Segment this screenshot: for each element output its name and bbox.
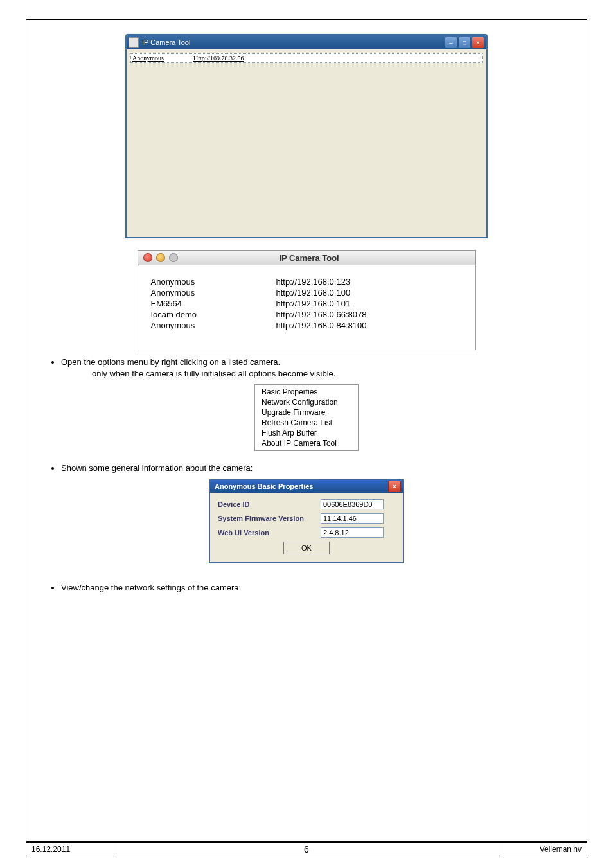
windows-title: IP Camera Tool bbox=[142, 39, 445, 46]
context-menu: Basic Properties Network Configuration U… bbox=[254, 384, 359, 451]
prop-row-firmware: System Firmware Version 11.14.1.46 bbox=[218, 513, 395, 524]
mac-window-title: IP Camera Tool bbox=[195, 253, 475, 263]
camera-name: Anonymous bbox=[132, 55, 193, 62]
menu-flush-arp-buffer[interactable]: Flush Arp Buffer bbox=[255, 428, 358, 438]
camera-name: Anonymous bbox=[151, 277, 276, 287]
dialog-title: Anonymous Basic Properties bbox=[212, 483, 388, 490]
prop-value: 2.4.8.12 bbox=[321, 527, 384, 538]
windows-body: Anonymous Http://169.78.32.56 bbox=[127, 49, 486, 237]
prop-row-webui: Web UI Version 2.4.8.12 bbox=[218, 527, 395, 538]
menu-network-configuration[interactable]: Network Configuration bbox=[255, 397, 358, 407]
screenshot-windows-ipcameratool: IP Camera Tool – □ × Anonymous Http://16… bbox=[125, 34, 488, 238]
mac-body: Anonymous http://192.168.0.123 Anonymous… bbox=[138, 265, 475, 350]
mac-minimize-icon[interactable] bbox=[156, 253, 165, 262]
camera-address: http://192.168.0.100 bbox=[276, 288, 351, 297]
bullet-network-settings: View/change the network settings of the … bbox=[61, 582, 574, 594]
app-icon bbox=[129, 37, 139, 48]
mac-zoom-icon[interactable] bbox=[169, 253, 178, 262]
mac-titlebar: IP Camera Tool bbox=[138, 251, 475, 265]
prop-value: 11.14.1.46 bbox=[321, 513, 384, 524]
camera-name: Iocam demo bbox=[151, 310, 276, 319]
basic-properties-dialog: Anonymous Basic Properties × Device ID 0… bbox=[209, 479, 404, 563]
camera-address: http://192.168.0.123 bbox=[276, 277, 351, 287]
menu-refresh-camera-list[interactable]: Refresh Camera List bbox=[255, 418, 358, 428]
maximize-icon[interactable]: □ bbox=[458, 37, 471, 48]
windows-titlebar: IP Camera Tool – □ × bbox=[127, 35, 486, 49]
bullet-text: View/change the network settings of the … bbox=[61, 583, 241, 592]
bullet-open-options: Open the options menu by right clicking … bbox=[61, 357, 574, 379]
camera-name: Anonymous bbox=[151, 288, 276, 297]
dialog-titlebar: Anonymous Basic Properties × bbox=[210, 480, 403, 493]
camera-address: Http://169.78.32.56 bbox=[193, 55, 244, 62]
camera-name: EM6564 bbox=[151, 299, 276, 308]
minimize-icon[interactable]: – bbox=[445, 37, 458, 48]
close-icon[interactable]: × bbox=[472, 37, 484, 48]
page-footer: 16.12.2011 6 Velleman nv bbox=[26, 842, 587, 856]
prop-row-device-id: Device ID 00606E8369D0 bbox=[218, 499, 395, 509]
menu-about[interactable]: About IP Camera Tool bbox=[255, 438, 358, 448]
camera-address: http://192.168.0.66:8078 bbox=[276, 310, 367, 319]
camera-list-row[interactable]: Anonymous http://192.168.0.84:8100 bbox=[151, 321, 463, 330]
bullet-general-info: Shown some general information about the… bbox=[61, 463, 574, 474]
bullet-text: Open the options menu by right clicking … bbox=[61, 357, 280, 367]
mac-close-icon[interactable] bbox=[143, 253, 152, 262]
prop-label: System Firmware Version bbox=[218, 515, 321, 522]
camera-list-row[interactable]: EM6564 http://192.168.0.101 bbox=[151, 299, 463, 308]
bullet-text: Shown some general information about the… bbox=[61, 463, 253, 473]
camera-list-row[interactable]: Anonymous http://192.168.0.123 bbox=[151, 277, 463, 287]
prop-label: Device ID bbox=[218, 500, 321, 508]
camera-address: http://192.168.0.84:8100 bbox=[276, 321, 367, 330]
camera-name: Anonymous bbox=[151, 321, 276, 330]
ok-button[interactable]: OK bbox=[283, 542, 330, 554]
close-icon[interactable]: × bbox=[388, 481, 401, 492]
screenshot-mac-ipcameratool: IP Camera Tool Anonymous http://192.168.… bbox=[138, 250, 476, 350]
footer-page-number: 6 bbox=[114, 843, 499, 856]
menu-basic-properties[interactable]: Basic Properties bbox=[255, 387, 358, 397]
prop-label: Web UI Version bbox=[218, 529, 321, 536]
camera-list-row[interactable]: Anonymous Http://169.78.32.56 bbox=[130, 53, 483, 63]
footer-org: Velleman nv bbox=[499, 843, 587, 856]
page-content: IP Camera Tool – □ × Anonymous Http://16… bbox=[26, 19, 587, 842]
camera-address: http://192.168.0.101 bbox=[276, 299, 351, 308]
prop-value: 00606E8369D0 bbox=[321, 499, 384, 509]
bullet-subtext: only when the camera is fully initialise… bbox=[61, 369, 335, 378]
footer-date: 16.12.2011 bbox=[26, 843, 114, 856]
camera-list-row[interactable]: Anonymous http://192.168.0.100 bbox=[151, 288, 463, 297]
menu-upgrade-firmware[interactable]: Upgrade Firmware bbox=[255, 407, 358, 418]
camera-list-row[interactable]: Iocam demo http://192.168.0.66:8078 bbox=[151, 310, 463, 319]
